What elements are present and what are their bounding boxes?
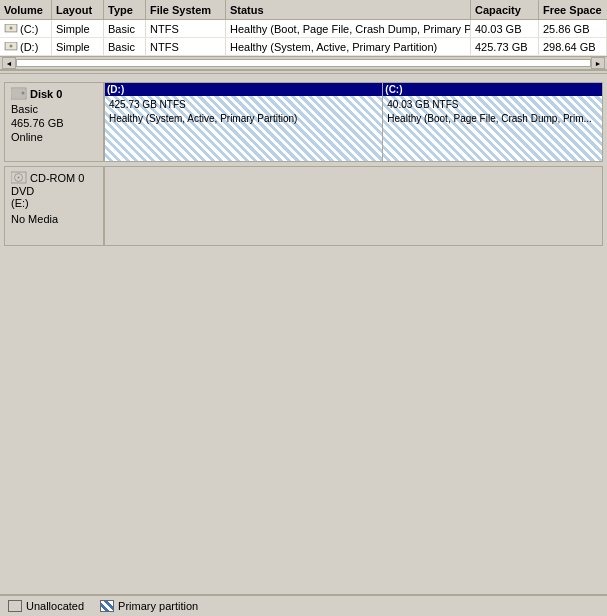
svg-point-11 — [18, 177, 20, 179]
cdrom-content — [104, 166, 603, 246]
table-header: Volume Layout Type File System Status Ca… — [0, 0, 607, 20]
cdrom-media: No Media — [11, 213, 97, 225]
drive-icon — [4, 24, 18, 34]
cell-status-c: Healthy (Boot, Page File, Crash Dump, Pr… — [226, 20, 471, 37]
cell-layout-d: Simple — [52, 38, 104, 55]
disk-area: Disk 0 Basic 465.76 GB Online (D:) 425.7… — [0, 74, 607, 616]
cdrom-label: CD-ROM 0 DVD (E:) No Media — [4, 166, 104, 246]
legend-primary: Primary partition — [100, 600, 198, 612]
disk-0-partitions: (D:) 425.73 GB NTFS Healthy (System, Act… — [104, 82, 603, 162]
partition-c-size: 40.03 GB NTFS — [387, 98, 598, 112]
col-header-volume: Volume — [0, 0, 52, 19]
legend-unallocated: Unallocated — [8, 600, 84, 612]
cdrom-name: CD-ROM 0 — [30, 172, 84, 184]
drive-icon — [4, 42, 18, 52]
cell-capacity-c: 40.03 GB — [471, 20, 539, 37]
partition-d[interactable]: (D:) 425.73 GB NTFS Healthy (System, Act… — [105, 83, 383, 161]
legend-unalloc-label: Unallocated — [26, 600, 84, 612]
horizontal-scrollbar[interactable]: ◄ ► — [0, 56, 607, 70]
svg-point-2 — [10, 26, 13, 29]
cell-type-d: Basic — [104, 38, 146, 55]
legend-unalloc-box — [8, 600, 22, 612]
disk-0-status: Online — [11, 131, 97, 143]
col-header-status: Status — [226, 0, 471, 19]
col-header-layout: Layout — [52, 0, 104, 19]
disk-0-size: 465.76 GB — [11, 117, 97, 129]
legend-primary-box — [100, 600, 114, 612]
table-row[interactable]: (D:) Simple Basic NTFS Healthy (System, … — [0, 38, 607, 56]
col-header-freespace: Free Space — [539, 0, 607, 19]
partition-c-header: (C:) — [383, 83, 602, 96]
legend-bar: Unallocated Primary partition — [0, 594, 607, 616]
cell-freespace-d: 298.64 GB — [539, 38, 607, 55]
disk-icon — [11, 87, 27, 101]
scroll-left-button[interactable]: ◄ — [2, 57, 16, 69]
col-header-capacity: Capacity — [471, 0, 539, 19]
cell-volume-d: (D:) — [0, 38, 52, 55]
cell-fs-c: NTFS — [146, 20, 226, 37]
disk-0-name: Disk 0 — [30, 88, 62, 100]
cell-capacity-d: 425.73 GB — [471, 38, 539, 55]
disk-label-0: Disk 0 Basic 465.76 GB Online — [4, 82, 104, 162]
cdrom-drive: (E:) — [11, 197, 97, 209]
cell-volume-c: (C:) — [0, 20, 52, 37]
main-container: Volume Layout Type File System Status Ca… — [0, 0, 607, 616]
table-row[interactable]: (C:) Simple Basic NTFS Healthy (Boot, Pa… — [0, 20, 607, 38]
scrollbar-track[interactable] — [16, 59, 591, 67]
partition-d-header: (D:) — [105, 83, 382, 96]
cell-layout-c: Simple — [52, 20, 104, 37]
cell-type-c: Basic — [104, 20, 146, 37]
partition-d-status: Healthy (System, Active, Primary Partiti… — [109, 112, 378, 126]
cdrom-type: DVD — [11, 185, 97, 197]
scroll-right-button[interactable]: ► — [591, 57, 605, 69]
col-header-fs: File System — [146, 0, 226, 19]
disk-0-type: Basic — [11, 103, 97, 115]
cell-freespace-c: 25.86 GB — [539, 20, 607, 37]
svg-point-8 — [22, 92, 25, 95]
cdrom-icon — [11, 171, 27, 185]
col-header-type: Type — [104, 0, 146, 19]
cell-status-d: Healthy (System, Active, Primary Partiti… — [226, 38, 471, 55]
partition-c-status: Healthy (Boot, Page File, Crash Dump, Pr… — [387, 112, 598, 126]
cdrom-section: CD-ROM 0 DVD (E:) No Media — [4, 166, 603, 246]
partition-d-size: 425.73 GB NTFS — [109, 98, 378, 112]
legend-primary-label: Primary partition — [118, 600, 198, 612]
svg-point-5 — [10, 44, 13, 47]
cell-fs-d: NTFS — [146, 38, 226, 55]
partition-c[interactable]: (C:) 40.03 GB NTFS Healthy (Boot, Page F… — [383, 83, 602, 161]
disk-section-0: Disk 0 Basic 465.76 GB Online (D:) 425.7… — [4, 82, 603, 162]
upper-area: Volume Layout Type File System Status Ca… — [0, 0, 607, 56]
